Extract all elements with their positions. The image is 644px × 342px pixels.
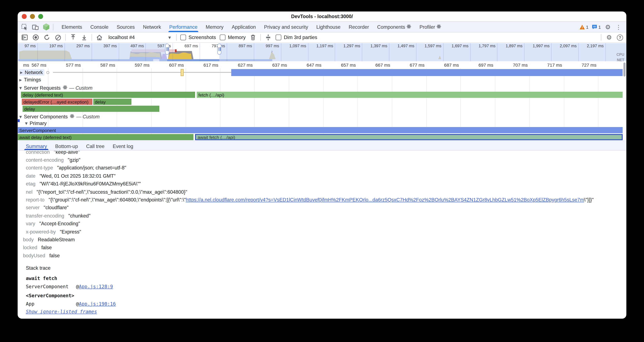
net-strip-label: NET [617,58,624,62]
window-title: DevTools - localhost:3000/ [18,14,626,19]
overview-tick-label: 1,097 ms [280,44,306,48]
issues-badge[interactable]: 1 [592,25,601,29]
bar-await-fetch-api[interactable]: await fetch (…/api) [195,134,622,140]
screenshots-checkbox[interactable]: Screenshots [180,35,216,40]
dim-3rd-parties-checkbox[interactable]: Dim 3rd parties [276,35,317,40]
selection-handle-left[interactable] [165,44,169,55]
memory-checkbox[interactable]: Memory [220,35,246,40]
bar-delayederror-ayed-exception[interactable]: delayedError (…ayed exception) [22,99,92,105]
ruler-tick-label: 627 ms [224,63,252,67]
header-row: date"Wed, 01 Oct 2025 18:32:01 GMT" [18,172,626,180]
report-url-link[interactable]: https://a.nel.cloudflare.com/report/v4?s… [186,197,584,203]
tab-network[interactable]: Network [139,22,165,32]
show-ignore-listed-frames-link[interactable]: Show ignore-listed frames [26,309,97,314]
details-tab-event-log[interactable]: Event log [108,142,138,150]
tab-sources[interactable]: Sources [112,22,139,32]
collapse-sections-icon[interactable] [264,34,272,41]
stack-frame-group: <ServerComponent> [18,292,626,300]
disclosure-collapsed-icon: ▶ [20,71,23,74]
bar-fetch-api[interactable]: fetch (…/api) [197,92,622,98]
kebab-menu-icon[interactable]: ⋮ [615,23,622,31]
tab-label: Console [90,24,108,30]
target-select[interactable]: localhost #4 ▼ [107,35,172,40]
screenshot-strip-marker [175,49,176,52]
ruler-tick-label: 587 ms [86,63,115,67]
help-icon[interactable]: ? [617,34,623,41]
tab-lighthouse[interactable]: Lighthouse [312,22,344,32]
track-header-timings[interactable]: ▶Timings [19,77,41,83]
bar-label: delay [24,106,35,111]
message-count: 1 [598,25,601,29]
inspect-icon[interactable] [21,23,28,31]
divider [65,34,66,41]
header-value: "gzip" [68,157,80,163]
reload-record-icon[interactable] [43,34,50,41]
load-profile-icon[interactable] [70,34,77,41]
details-tab-summary[interactable]: Summary [22,142,51,150]
tab-elements[interactable]: Elements [58,22,86,32]
tracks-footer-strip [18,140,626,142]
bar-delay[interactable]: delay [93,99,131,105]
tab-application[interactable]: Application [228,22,260,32]
bar-delay-deferred-text[interactable]: delay (deferred text) [21,92,195,98]
track-header-network[interactable]: ▶Network [19,69,50,76]
header-row: server"cloudflare" [18,204,626,212]
tab-profiler[interactable]: Profiler [415,22,445,32]
vertical-scrollbar[interactable] [624,63,626,77]
capture-settings-gear-icon[interactable]: ⚙ [605,34,613,41]
overview-tick-label: 1,797 ms [469,44,496,48]
record-icon[interactable] [32,34,40,41]
warnings-badge[interactable]: 1 [579,25,588,29]
header-key: etag [26,181,36,187]
tab-console[interactable]: Console [86,22,112,32]
details-tab-bottom-up[interactable]: Bottom-up [51,142,82,150]
header-row: nel"{\"report_to\":\"cf-nel\",\"success_… [18,188,626,196]
device-toolbar-icon[interactable] [32,23,39,31]
zoom-window-button[interactable] [38,14,43,19]
network-request-bar[interactable] [231,69,622,76]
node-icon[interactable] [42,23,50,31]
track-header-server-components[interactable]: ▼ Server Components — Custom [19,114,100,120]
tab-recorder[interactable]: Recorder [344,22,373,32]
ruler-tick-label: 677 ms [396,63,424,67]
ruler-tick-label: 617 ms [190,63,218,67]
clear-icon[interactable] [54,34,62,41]
settings-gear-icon[interactable]: ⚙ [604,23,612,31]
close-window-button[interactable] [22,14,26,19]
minimize-window-button[interactable] [30,14,35,19]
overview-tick-label: 1,297 ms [334,44,360,48]
header-row: bodyUsedfalse [18,252,626,259]
tab-memory[interactable]: Memory [202,22,228,32]
stack-frame-source-link[interactable]: App.js:190:16 [79,301,116,306]
header-value: "Accept-Encoding" [39,221,80,226]
bar-servercomponent[interactable]: ServerComponent [18,127,622,133]
track-header-primary[interactable]: ▼ Primary [25,120,46,126]
ruler-tick-label: 687 ms [430,63,459,67]
bar-await-delay-deferred-text[interactable]: await delay (deferred text) [18,134,193,140]
window-titlebar: DevTools - localhost:3000/ [18,12,626,22]
live-metrics-icon[interactable] [21,34,28,41]
collect-garbage-icon[interactable] [249,34,257,41]
header-key: nel [26,189,32,195]
flame-chart[interactable]: ▶Network ▶Timings ▼ Server Requests — Cu… [18,68,626,142]
checkbox-box [180,35,186,40]
track-header-server-requests[interactable]: ▼ Server Requests — Custom [19,85,92,91]
home-icon[interactable] [96,34,103,41]
tab-label: Privacy and security [264,24,308,30]
network-request-marker[interactable] [181,69,184,76]
save-profile-icon[interactable] [80,34,88,41]
header-key: transfer-encoding [26,213,64,219]
details-tab-call-tree[interactable]: Call tree [82,142,109,150]
overview-tick-label: 1,397 ms [361,44,387,48]
timeline-overview[interactable]: 97 ms197 ms297 ms397 ms497 ms597 ms697 m… [18,43,626,62]
header-value: "keep-alive" [54,151,80,155]
header-key: x-powered-by [26,229,56,235]
tab-privacy-and-security[interactable]: Privacy and security [260,22,312,32]
ruler-tick-label: 717 ms [533,63,562,67]
panel-tabs: ElementsConsoleSourcesNetworkPerformance… [58,22,446,32]
selection-handle-right[interactable] [217,44,222,55]
stack-frame-source-link[interactable]: App.js:128:9 [79,284,113,289]
tab-performance[interactable]: Performance [165,22,202,32]
tab-components[interactable]: Components [373,22,415,32]
bar-delay[interactable]: delay [23,106,160,112]
